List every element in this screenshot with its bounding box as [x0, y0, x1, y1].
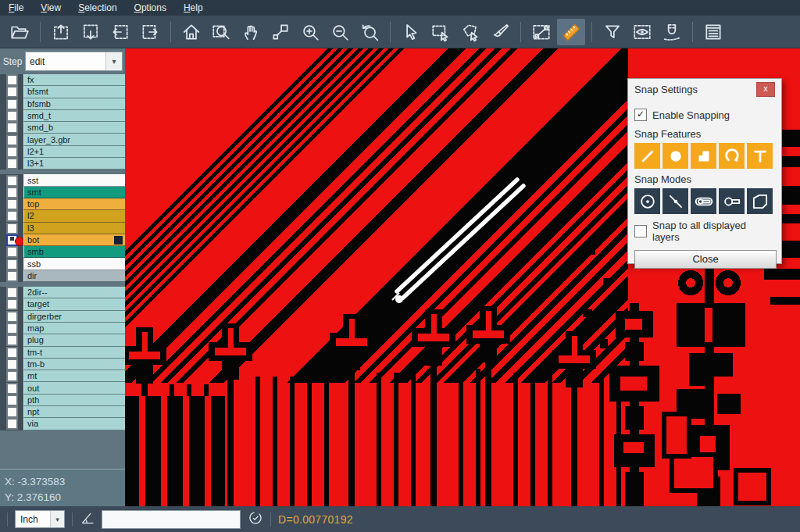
layer-name-sst[interactable]: sst [23, 174, 125, 186]
layer-checkbox-pth[interactable] [6, 395, 18, 406]
layer-name-l3[interactable]: l3 [23, 223, 125, 234]
view-visibility-button[interactable] [628, 19, 656, 45]
layer-name-out[interactable]: out [23, 382, 125, 394]
apply-check-icon[interactable] [248, 510, 263, 529]
step-select[interactable]: edit ▾ [25, 52, 123, 71]
layer-checkbox-tm-t[interactable] [6, 347, 18, 359]
layer-checkbox-smd_t[interactable] [6, 110, 18, 122]
menu-item-file[interactable]: File [0, 1, 32, 15]
layer-name-bfsmb[interactable]: bfsmb [23, 98, 125, 110]
layer-checkbox-smt[interactable] [6, 187, 18, 198]
layer-name-via[interactable]: via [23, 418, 125, 430]
scroll-left-button[interactable] [106, 19, 134, 45]
layer-name-top[interactable]: top [23, 198, 125, 210]
layer-checkbox-l3[interactable] [6, 223, 18, 234]
enable-snapping-row[interactable]: Enable Snapping [634, 109, 775, 121]
layer-checkbox-bfsmt[interactable] [6, 86, 18, 98]
layer-name-l3+1[interactable]: l3+1 [23, 158, 125, 170]
command-input[interactable] [102, 510, 241, 529]
layer-name-npt[interactable]: npt [23, 406, 125, 418]
layer-name-2dir--[interactable]: 2dir-- [23, 287, 125, 298]
layer-name-layer_3.gbr[interactable]: layer_3.gbr [23, 134, 125, 145]
scroll-down-button[interactable] [77, 19, 105, 45]
zoom-previous-button[interactable] [355, 19, 384, 45]
snap-arc-button[interactable] [719, 143, 745, 169]
layer-checkbox-dir[interactable] [6, 270, 18, 282]
menu-item-options[interactable]: Options [126, 1, 175, 15]
snap-all-layers-row[interactable]: Snap to all displayed layers [634, 220, 775, 243]
layer-checkbox-mt[interactable] [6, 370, 18, 382]
mode-outline-button[interactable] [747, 188, 773, 214]
layer-manager-button[interactable] [699, 19, 727, 45]
layer-checkbox-l3+1[interactable] [6, 158, 18, 170]
home-view-button[interactable] [177, 19, 205, 45]
layer-checkbox-out[interactable] [6, 383, 18, 395]
layer-checkbox-ssb[interactable] [6, 259, 18, 270]
layer-checkbox-via[interactable] [6, 418, 18, 430]
layer-checkbox-tm-b[interactable] [6, 359, 18, 370]
mode-slot-key-button[interactable] [691, 188, 716, 214]
unit-select[interactable]: Inch ▾ [15, 510, 65, 528]
layer-name-smb[interactable]: smb [23, 246, 125, 258]
menu-item-help[interactable]: Help [175, 1, 212, 15]
snap-dialog-titlebar[interactable]: Snap Settings x [628, 79, 781, 100]
layer-checkbox-plug[interactable] [6, 334, 18, 346]
mode-slot-open-button[interactable] [719, 188, 745, 214]
layer-checkbox-target[interactable] [6, 298, 18, 310]
layer-name-fx[interactable]: fx [23, 74, 125, 86]
scroll-up-button[interactable] [47, 19, 75, 45]
layer-checkbox-npt[interactable] [6, 406, 18, 418]
layer-name-map[interactable]: map [23, 323, 125, 334]
layer-checkbox-top[interactable] [6, 198, 18, 210]
select-polygon-button[interactable] [456, 19, 484, 45]
layer-name-l2+1[interactable]: l2+1 [23, 146, 125, 158]
drag-zoom-button[interactable] [266, 19, 295, 45]
layer-checkbox-2dir--[interactable] [6, 287, 18, 298]
menu-item-selection[interactable]: Selection [70, 1, 125, 15]
layer-name-tm-b[interactable]: tm-b [23, 359, 125, 370]
zoom-window-button[interactable] [207, 19, 235, 45]
layer-name-smd_t[interactable]: smd_t [23, 110, 125, 122]
layer-name-target[interactable]: target [23, 298, 125, 310]
layer-name-smd_b[interactable]: smd_b [23, 122, 125, 134]
measure-line-button[interactable] [527, 19, 555, 45]
zoom-out-button[interactable] [326, 19, 354, 45]
layer-name-plug[interactable]: plug [23, 334, 125, 346]
chevron-down-icon[interactable]: ▾ [50, 511, 64, 527]
layer-name-bfsmt[interactable]: bfsmt [23, 86, 125, 98]
open-file-button[interactable] [5, 19, 34, 45]
layer-name-pth[interactable]: pth [23, 395, 125, 406]
layer-name-tm-t[interactable]: tm-t [23, 347, 125, 359]
snap-all-layers-checkbox[interactable] [634, 225, 647, 237]
scroll-right-button[interactable] [136, 19, 164, 45]
enable-snapping-checkbox[interactable] [634, 109, 647, 121]
layer-name-bot[interactable]: bot [23, 234, 125, 246]
selection-filter-button[interactable] [598, 19, 627, 45]
layer-name-ssb[interactable]: ssb [23, 258, 125, 270]
mode-center-button[interactable] [634, 188, 660, 214]
clear-selection-brush-button[interactable] [486, 19, 514, 45]
layer-grid-icon[interactable] [115, 237, 122, 244]
snap-magnet-button[interactable] [658, 19, 686, 45]
layer-checkbox-fx[interactable] [6, 74, 18, 86]
layer-checkbox-smb[interactable] [6, 246, 18, 258]
select-rectangle-button[interactable] [427, 19, 455, 45]
zoom-in-button[interactable] [296, 19, 324, 45]
layer-checkbox-map[interactable] [6, 323, 18, 334]
angle-measure-icon[interactable] [80, 510, 95, 529]
layer-checkbox-smd_b[interactable] [6, 122, 18, 134]
layer-checkbox-dirgerber[interactable] [6, 311, 18, 323]
layer-checkbox-l2[interactable] [6, 210, 18, 222]
layer-name-dir[interactable]: dir [23, 270, 125, 282]
close-button[interactable]: Close [634, 250, 777, 269]
snap-text-button[interactable] [747, 143, 773, 169]
layer-checkbox-layer_3.gbr[interactable] [6, 134, 18, 146]
snap-pad-button[interactable] [662, 143, 688, 169]
layer-name-l2[interactable]: l2 [23, 210, 125, 222]
menu-item-view[interactable]: View [32, 1, 70, 15]
layer-name-dirgerber[interactable]: dirgerber [23, 311, 125, 323]
measure-ruler-button[interactable] [557, 19, 585, 45]
layer-checkbox-sst[interactable] [6, 175, 18, 187]
chevron-down-icon[interactable]: ▾ [105, 52, 122, 70]
layer-name-mt[interactable]: mt [23, 370, 125, 382]
